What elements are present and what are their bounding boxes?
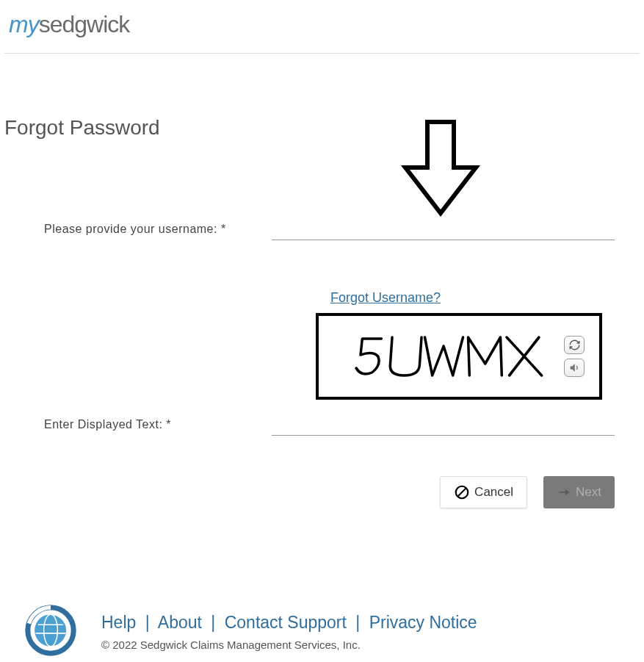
next-button[interactable]: Next [543, 476, 615, 508]
cancel-icon [454, 484, 470, 500]
audio-icon [569, 362, 580, 373]
button-row: Cancel Next [0, 476, 644, 508]
captcha-controls [564, 336, 585, 377]
username-row: Please provide your username: * [44, 220, 615, 240]
footer-links: Help | About | Contact Support | Privacy… [101, 613, 477, 633]
cancel-button[interactable]: Cancel [440, 476, 527, 508]
captcha-image [336, 327, 564, 386]
separator: | [206, 613, 220, 632]
footer-text: Help | About | Contact Support | Privacy… [101, 613, 477, 651]
about-link[interactable]: About [158, 613, 202, 632]
privacy-notice-link[interactable]: Privacy Notice [369, 613, 477, 632]
separator: | [351, 613, 364, 632]
forgot-username-row: Forgot Username? [330, 290, 615, 306]
captcha-input-row: Enter Displayed Text: * [44, 416, 615, 436]
logo: mysedgwick [9, 11, 635, 38]
globe-icon [22, 602, 79, 662]
separator: | [141, 613, 154, 632]
refresh-icon [569, 339, 580, 350]
captcha-input-label: Enter Displayed Text: * [44, 418, 272, 436]
username-input[interactable] [272, 220, 615, 240]
page-title: Forgot Password [4, 116, 644, 140]
captcha-box [316, 313, 602, 400]
logo-suffix: sedgwick [39, 11, 130, 37]
svg-line-1 [458, 489, 466, 497]
header-divider [4, 53, 640, 54]
captcha-input[interactable] [272, 416, 615, 436]
logo-prefix: my [9, 11, 39, 37]
copyright: © 2022 Sedgwick Claims Management Servic… [101, 638, 477, 651]
header: mysedgwick [0, 0, 644, 53]
captcha-refresh-button[interactable] [564, 336, 585, 354]
forgot-password-form: Please provide your username: * Forgot U… [0, 220, 644, 436]
cancel-button-label: Cancel [474, 485, 513, 500]
contact-support-link[interactable]: Contact Support [225, 613, 347, 632]
arrow-right-icon [557, 485, 571, 500]
forgot-username-link[interactable]: Forgot Username? [330, 290, 441, 305]
username-label: Please provide your username: * [44, 223, 272, 240]
help-link[interactable]: Help [101, 613, 136, 632]
next-button-label: Next [576, 485, 601, 500]
footer: Help | About | Contact Support | Privacy… [0, 594, 644, 662]
captcha-audio-button[interactable] [564, 359, 585, 377]
down-arrow-icon [397, 118, 485, 223]
